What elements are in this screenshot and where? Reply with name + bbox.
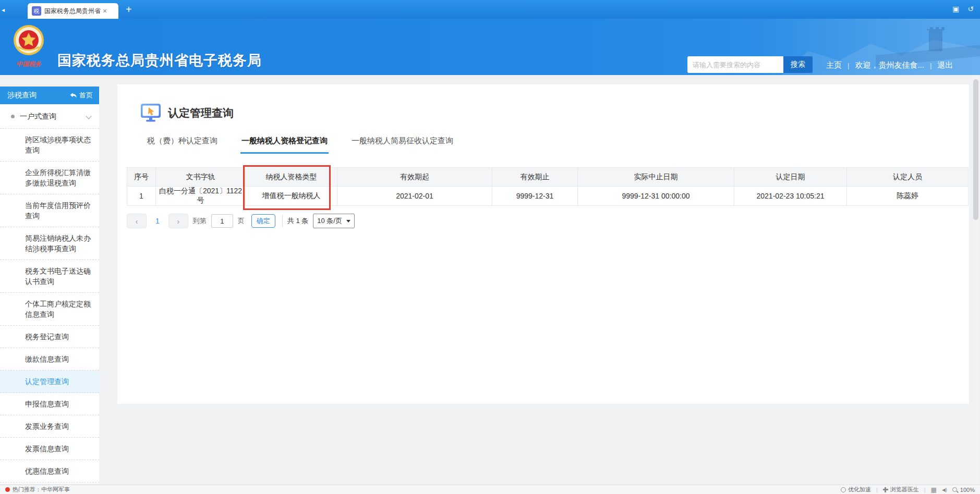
- sidebar-item[interactable]: 优惠信息查询: [0, 460, 99, 483]
- result-table: 序号 文书字轨 纳税人资格类型 有效期起 有效期止 实际中止日期 认定日期 认定…: [127, 167, 969, 206]
- bullet-icon: [11, 115, 15, 118]
- sidebar-item[interactable]: 发票业务查询: [0, 415, 99, 438]
- browser-tab-bar: ◂ 税 国家税务总局贵州省电子税务局 × + ▣ ↺: [0, 0, 980, 19]
- sidebar-item[interactable]: 跨区域涉税事项状态查询: [0, 129, 99, 162]
- tab-general-taxpayer-registration[interactable]: 一般纳税人资格登记查询: [240, 136, 329, 154]
- welcome-user-link[interactable]: 欢迎，贵州友佳食...: [855, 60, 924, 70]
- cell-valid-to: 9999-12-31: [492, 187, 578, 206]
- content-card: 认定管理查询 税（费）种认定查询 一般纳税人资格登记查询 一般纳税人简易征收认定…: [117, 84, 969, 404]
- col-header-recognition-date: 认定日期: [734, 168, 847, 187]
- page-size-value: 10 条/页: [317, 216, 342, 226]
- sidebar-toggle-icon[interactable]: ◂: [2, 6, 9, 14]
- confirm-button[interactable]: 确定: [251, 214, 275, 228]
- history-icon[interactable]: ↺: [967, 5, 974, 13]
- col-header-valid-from: 有效期起: [337, 168, 492, 187]
- search-button[interactable]: 搜索: [783, 56, 813, 73]
- sidebar-item[interactable]: 简易注销纳税人未办结涉税事项查询: [0, 227, 99, 260]
- sidebar-group-label: 一户式查询: [20, 112, 56, 120]
- site-header: 中国税务 国家税务总局贵州省电子税务局 搜索 主页 | 欢迎，贵州友佳食... …: [0, 19, 980, 75]
- sidebar-home-link[interactable]: 首页: [70, 91, 93, 100]
- browser-tab[interactable]: 税 国家税务总局贵州省电子税务局 ×: [28, 3, 118, 19]
- sidebar-item-active[interactable]: 认定管理查询: [0, 370, 99, 393]
- zoom-control[interactable]: 100%: [952, 487, 975, 493]
- goto-label: 到第: [193, 216, 207, 226]
- site-title: 国家税务总局贵州省电子税务局: [57, 51, 262, 70]
- sidebar-item[interactable]: 当前年度信用预评价查询: [0, 194, 99, 227]
- pagination: ‹ 1 › 到第 页 确定 共 1 条 10 条/页: [127, 214, 969, 228]
- hot-recommend-label[interactable]: 热门推荐：中华网军事: [13, 486, 70, 493]
- sidebar-item[interactable]: 申报信息查询: [0, 393, 99, 415]
- col-header-valid-to: 有效期止: [492, 168, 578, 187]
- browser-doctor-label: 浏览器医生: [890, 486, 919, 493]
- col-header-taxpayer-type: 纳税人资格类型: [246, 168, 337, 187]
- sidebar-item[interactable]: 企业所得税汇算清缴多缴款退税查询: [0, 162, 99, 194]
- browser-doctor-button[interactable]: 浏览器医生: [883, 486, 919, 493]
- cell-taxpayer-type: 增值税一般纳税人: [246, 187, 337, 206]
- sidebar-home-label: 首页: [79, 91, 93, 100]
- cell-recognition-staff: 陈蕊婷: [847, 187, 969, 206]
- search-input[interactable]: [687, 56, 783, 73]
- sidebar-title: 涉税查询: [7, 91, 37, 100]
- page-title: 认定管理查询: [168, 106, 234, 120]
- statusbar-separator: |: [876, 487, 878, 493]
- sidebar-item[interactable]: 个体工商户核定定额信息查询: [0, 293, 99, 326]
- back-arrow-icon: [70, 92, 77, 98]
- page-body: 涉税查询 首页 一户式查询 跨区域涉税事项状态查询 企业所得税汇算清缴多缴款退税…: [0, 75, 980, 485]
- sidebar-item[interactable]: 发票信息查询: [0, 438, 99, 460]
- prev-page-button[interactable]: ‹: [127, 214, 147, 228]
- browser-status-bar: 热门推荐：中华网军事 优化加速 | 浏览器医生 | ▦ ◀) 100%: [0, 485, 980, 494]
- optimize-speed-button[interactable]: 优化加速: [841, 486, 871, 493]
- result-table-wrap: 序号 文书字轨 纳税人资格类型 有效期起 有效期止 实际中止日期 认定日期 认定…: [127, 167, 968, 206]
- header-search: 搜索: [687, 56, 813, 73]
- next-page-button[interactable]: ›: [168, 214, 188, 228]
- sidebar-item[interactable]: 税务文书电子送达确认书查询: [0, 260, 99, 293]
- total-count-label: 共 1 条: [287, 216, 308, 226]
- hot-recommend-icon: [5, 487, 10, 492]
- goto-page-input[interactable]: [211, 214, 233, 228]
- col-header-actual-end-date: 实际中止日期: [578, 168, 734, 187]
- tax-emblem-logo: 中国税务: [6, 24, 51, 69]
- col-header-recognition-staff: 认定人员: [847, 168, 969, 187]
- emblem-caption: 中国税务: [6, 60, 51, 69]
- optimize-speed-label: 优化加速: [848, 486, 871, 493]
- cell-seq: 1: [127, 187, 156, 206]
- statusbar-separator: |: [924, 487, 926, 493]
- col-header-doc-number: 文书字轨: [156, 168, 246, 187]
- tab-simple-levy-query[interactable]: 一般纳税人简易征收认定查询: [350, 136, 454, 154]
- header-nav: 主页 | 欢迎，贵州友佳食... | 退出: [826, 60, 953, 70]
- zoom-level-label: 100%: [960, 487, 975, 493]
- logout-link[interactable]: 退出: [937, 60, 953, 70]
- speaker-icon[interactable]: ◀): [942, 487, 947, 492]
- tax-favicon-icon: 税: [32, 6, 41, 16]
- panel-icon[interactable]: ▣: [952, 5, 959, 13]
- query-tabs: 税（费）种认定查询 一般纳税人资格登记查询 一般纳税人简易征收认定查询: [146, 136, 969, 154]
- sidebar-item[interactable]: 税务登记查询: [0, 326, 99, 348]
- grid-view-icon[interactable]: ▦: [931, 486, 937, 493]
- gauge-icon: [841, 487, 846, 492]
- national-emblem-icon: [12, 24, 45, 57]
- nav-separator: |: [848, 61, 849, 69]
- scrollbar-thumb[interactable]: [973, 79, 978, 220]
- cell-actual-end-date: 9999-12-31 00:00:00: [578, 187, 734, 206]
- magnifier-icon: [952, 487, 957, 492]
- page-scrollbar[interactable]: [973, 75, 979, 485]
- monitor-cursor-icon: [140, 103, 161, 122]
- sidebar: 涉税查询 首页 一户式查询 跨区域涉税事项状态查询 企业所得税汇算清缴多缴款退税…: [0, 87, 99, 484]
- sidebar-item[interactable]: 缴款信息查询: [0, 348, 99, 370]
- cell-recognition-date: 2021-02-23 10:05:21: [734, 187, 847, 206]
- medical-cross-icon: [883, 487, 888, 492]
- tab-title: 国家税务总局贵州省电子税务局: [44, 7, 101, 16]
- page-unit-label: 页: [238, 216, 245, 226]
- sidebar-header: 涉税查询 首页: [0, 87, 99, 104]
- dropdown-caret-icon: [346, 220, 350, 223]
- home-link[interactable]: 主页: [826, 60, 842, 70]
- col-header-seq: 序号: [127, 168, 156, 187]
- cell-doc-number: 白税一分通〔2021〕1122号: [156, 187, 246, 206]
- sidebar-menu: 跨区域涉税事项状态查询 企业所得税汇算清缴多缴款退税查询 当前年度信用预评价查询…: [0, 129, 99, 494]
- sidebar-group-yihushi[interactable]: 一户式查询: [0, 104, 99, 129]
- tab-tax-type-query[interactable]: 税（费）种认定查询: [146, 136, 219, 154]
- new-tab-button[interactable]: +: [126, 4, 132, 16]
- current-page-number[interactable]: 1: [155, 217, 160, 225]
- tab-close-icon[interactable]: ×: [103, 7, 107, 15]
- page-size-select[interactable]: 10 条/页: [313, 214, 355, 228]
